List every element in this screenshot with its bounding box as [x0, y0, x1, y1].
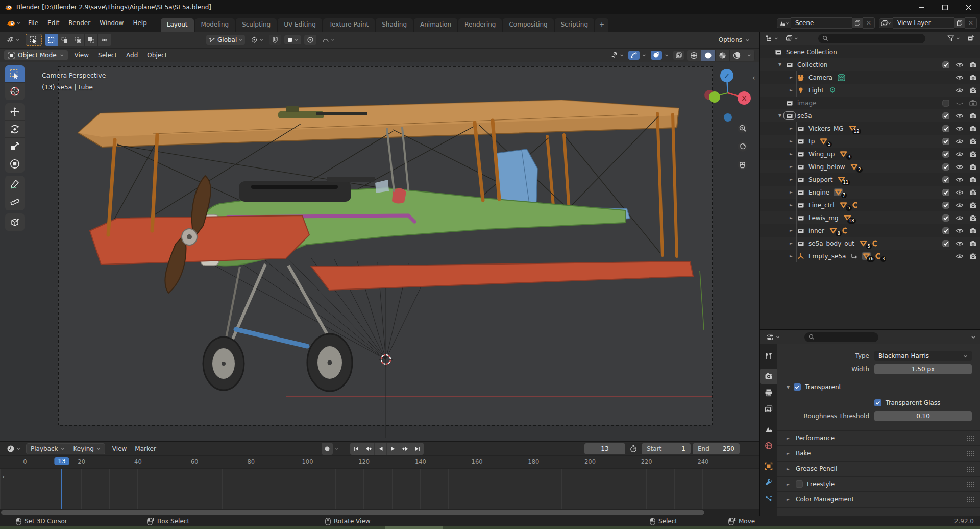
transform-orientation-dropdown[interactable]: Global	[206, 35, 245, 45]
properties-tab-tool[interactable]	[760, 348, 777, 364]
shading-solid-button[interactable]	[701, 50, 716, 61]
eye-icon[interactable]	[955, 75, 964, 81]
pan-hand-icon[interactable]	[737, 141, 748, 152]
outliner-row-wing-below[interactable]: ►Wing_below2	[760, 160, 980, 173]
outliner-row-tp[interactable]: ►tp5	[760, 135, 980, 148]
workspace-tab-texture-paint[interactable]: Texture Paint	[323, 18, 375, 32]
select-mode-extend[interactable]	[58, 34, 71, 46]
camera-ind-toggle[interactable]	[966, 214, 980, 221]
menu-edit[interactable]: Edit	[43, 17, 64, 29]
disclosure-closed-icon[interactable]: ►	[787, 254, 796, 258]
properties-tab-vl[interactable]	[760, 401, 777, 417]
properties-tab-output[interactable]	[760, 385, 777, 400]
timeline-ruler[interactable]: 02040608010012014016018020022024013	[0, 456, 759, 469]
camera-ind-icon[interactable]	[969, 61, 977, 68]
camera-ind-toggle[interactable]	[966, 112, 980, 119]
check-on-toggle[interactable]	[939, 214, 952, 222]
check-off-toggle[interactable]	[939, 100, 952, 107]
workspace-tab-+[interactable]: +	[595, 18, 608, 32]
workspace-tab-sculpting[interactable]: Sculpting	[236, 18, 277, 32]
disclosure-closed-icon[interactable]: ►	[787, 139, 796, 143]
options-dropdown[interactable]: Options	[714, 34, 755, 45]
tool-move-button[interactable]	[5, 103, 24, 121]
workspace-tab-modeling[interactable]: Modeling	[195, 18, 235, 32]
outliner-row-light[interactable]: ►Light	[760, 84, 980, 97]
drag-dots-icon[interactable]	[967, 497, 975, 502]
outliner-filter-button[interactable]	[945, 33, 963, 43]
tool-measure-button[interactable]	[5, 193, 24, 210]
shading-rendered-button[interactable]	[730, 50, 744, 61]
camera-ind-icon[interactable]	[969, 151, 977, 157]
camera-ind-toggle[interactable]	[966, 240, 980, 247]
eye-toggle[interactable]	[952, 126, 966, 132]
properties-tab-wrench[interactable]	[760, 475, 777, 490]
camera-ind-icon[interactable]	[969, 253, 977, 259]
show-overlays-toggle[interactable]	[651, 51, 662, 60]
mode-dropdown[interactable]: Object Mode	[4, 50, 68, 60]
workspace-tab-compositing[interactable]: Compositing	[503, 18, 553, 32]
viewport-menu-object[interactable]: Object	[142, 50, 172, 60]
disclosure-closed-icon[interactable]: ►	[787, 203, 796, 207]
blender-menu-button[interactable]	[3, 18, 23, 28]
check-on-toggle[interactable]	[939, 125, 952, 132]
check-on-icon[interactable]	[942, 214, 949, 222]
overlays-settings-dropdown[interactable]	[663, 51, 671, 60]
select-mode-subtract[interactable]	[71, 34, 85, 46]
outliner-display-mode-button[interactable]	[783, 33, 801, 43]
camera-ind-toggle[interactable]	[966, 163, 980, 170]
camera-ind-toggle[interactable]	[966, 227, 980, 234]
section-performance[interactable]: ►Performance	[777, 431, 980, 446]
properties-tab-world[interactable]	[760, 438, 777, 453]
eye-closed-icon[interactable]	[955, 100, 964, 106]
check-on-icon[interactable]	[942, 138, 949, 145]
check-on-toggle[interactable]	[939, 112, 952, 119]
outliner-row-collection[interactable]: ▼Collection	[760, 58, 980, 71]
workspace-tab-scripting[interactable]: Scripting	[555, 18, 594, 32]
tool-cursor-button[interactable]	[5, 83, 24, 100]
timeline-menu-keying[interactable]: Keying	[69, 444, 105, 454]
camera-ind-icon[interactable]	[969, 112, 977, 119]
timeline-menu-marker[interactable]: Marker	[131, 444, 160, 454]
eye-icon[interactable]	[955, 215, 964, 221]
navigation-gizmo[interactable]: Z X	[699, 66, 755, 128]
scene-copy-button[interactable]	[852, 18, 863, 28]
disclosure-closed-icon[interactable]: ►	[787, 177, 796, 182]
menu-render[interactable]: Render	[64, 17, 95, 29]
menu-window[interactable]: Window	[95, 17, 128, 29]
camera-ind-toggle[interactable]	[966, 176, 980, 183]
eye-toggle[interactable]	[952, 253, 966, 259]
check-on-toggle[interactable]	[939, 240, 952, 247]
editor-type-button[interactable]	[4, 35, 22, 45]
sidebar-collapse-chevron[interactable]: ‹	[752, 74, 755, 82]
eye-toggle[interactable]	[952, 87, 966, 93]
eye-icon[interactable]	[955, 228, 964, 234]
outliner-row-wing-up[interactable]: ►Wing_up3	[760, 148, 980, 160]
gizmo-minus-z-ball[interactable]	[724, 113, 732, 122]
xray-toggle[interactable]	[673, 51, 684, 60]
timeline-scrollbar[interactable]	[0, 509, 759, 516]
camera-ind-icon[interactable]	[969, 87, 977, 93]
camera-ind-toggle[interactable]	[966, 74, 980, 81]
workspace-tab-rendering[interactable]: Rendering	[458, 18, 502, 32]
timeline-expander-chevron[interactable]: ›	[2, 473, 5, 480]
filter-width-field[interactable]: 1.50 px	[874, 364, 972, 374]
camera-ind-toggle[interactable]	[966, 202, 980, 208]
eye-toggle[interactable]	[952, 228, 966, 234]
select-mode-invert[interactable]	[85, 34, 98, 46]
tool-annotate-button[interactable]	[5, 176, 24, 193]
check-on-icon[interactable]	[942, 176, 949, 183]
camera-ind-toggle[interactable]	[966, 253, 980, 259]
eye-icon[interactable]	[955, 202, 964, 208]
disclosure-closed-icon[interactable]: ►	[787, 88, 796, 92]
section-color-management[interactable]: ►Color Management	[777, 492, 980, 508]
maximize-button[interactable]	[933, 0, 957, 14]
select-mode-set[interactable]	[45, 34, 58, 46]
camera-ind-icon[interactable]	[969, 214, 977, 221]
eye-icon[interactable]	[955, 151, 964, 157]
transparent-section-header[interactable]: ▼ Transparent	[777, 380, 980, 394]
tool-transform-button[interactable]	[5, 155, 24, 173]
outliner-row-engine[interactable]: ►Engine7	[760, 186, 980, 199]
eye-icon[interactable]	[955, 87, 964, 93]
eye-toggle[interactable]	[952, 241, 966, 247]
proportional-editing-button[interactable]	[304, 35, 316, 45]
